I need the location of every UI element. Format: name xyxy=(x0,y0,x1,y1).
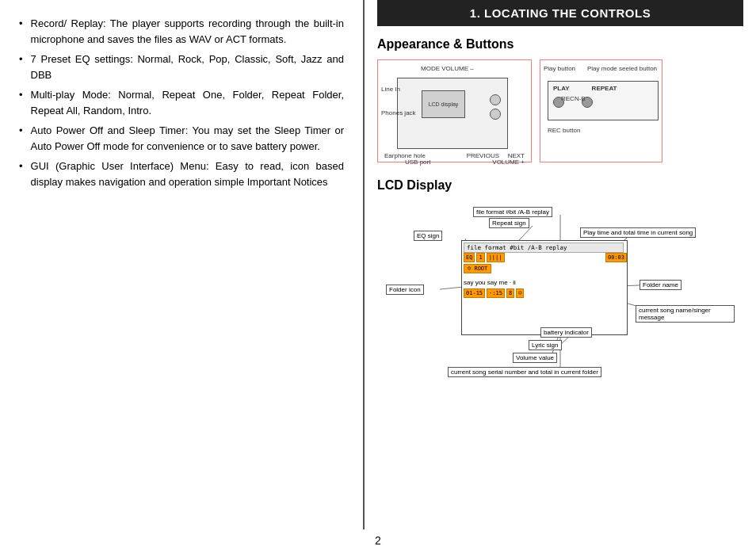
phones-jack-label: Phones jack xyxy=(381,109,416,116)
section-title: 1. LOCATING THE CONTROLS xyxy=(377,0,743,26)
mode-volume-label: MODE VOLUME – xyxy=(421,65,474,72)
lcd-song-name: say you say me · li xyxy=(464,279,516,286)
lcd-row-2: EQ 1 |||| 00:03 xyxy=(464,253,627,262)
left-panel: Record/ Replay: The player supports reco… xyxy=(0,0,365,529)
lcd-time-col: 00:03 xyxy=(605,253,627,262)
lcd-display-box: LCD display xyxy=(422,90,465,118)
lcd-display-section: LCD Display xyxy=(377,178,743,411)
lcd-time2-col: ·:15 xyxy=(487,288,505,298)
ann-battery-indicator: battery indicator xyxy=(540,327,592,338)
rec-button-label: REC button xyxy=(548,127,580,134)
button-group xyxy=(490,94,501,120)
buttons-inner: Play button Play mode seeled button PLAY… xyxy=(544,63,659,159)
ann-current-song-msg: current song name/singer message xyxy=(636,305,735,323)
volume-plus-label: VOLUME + xyxy=(492,159,525,166)
lcd-row-1: file format #bit /A-B replay xyxy=(464,243,624,253)
play-repeat-inner: PLAY REPEAT xyxy=(548,82,658,95)
nav-button-1 xyxy=(490,94,501,105)
page-footer: 2 xyxy=(0,529,756,550)
rec-ab-label: RECN-B xyxy=(561,95,586,102)
lcd-bat-col: 8 xyxy=(506,288,514,298)
play-button-label: Play button xyxy=(544,65,575,72)
line-in-label: Line In xyxy=(381,86,400,93)
play-mode-label: Play mode seeled button xyxy=(587,65,657,72)
ann-folder-name: Folder name xyxy=(640,280,682,290)
lcd-serial-col: 01-15 xyxy=(464,288,485,298)
bullet-item-1: Record/ Replay: The player supports reco… xyxy=(19,16,344,47)
lcd-diagram: file format #bit /A-B replay EQ 1 |||| 0… xyxy=(386,201,735,411)
lcd-bars-col: |||| xyxy=(487,253,505,262)
bullet-list: Record/ Replay: The player supports reco… xyxy=(19,16,344,189)
lcd-eq-col: EQ xyxy=(464,253,475,262)
lcd-lyric-col: ☺ xyxy=(516,288,524,298)
lcd-screen-area: file format #bit /A-B replay EQ 1 |||| 0… xyxy=(461,240,628,335)
lcd-row-3: ☺ ROOT xyxy=(464,264,627,273)
buttons-diagram: Play button Play mode seeled button PLAY… xyxy=(540,59,662,162)
lcd-title: LCD Display xyxy=(377,178,743,193)
lcd-root-col: ☺ ROOT xyxy=(464,264,491,273)
ann-file-format: file format #bit /A-B replay xyxy=(473,207,552,217)
ann-play-time: Play time and total time in current song xyxy=(580,227,696,238)
ann-lyric-sign: Lyric sign xyxy=(529,340,562,350)
bullet-item-5: GUI (Graphic User Interface) Menu: Easy … xyxy=(19,159,344,189)
appearance-title: Appearance & Buttons xyxy=(377,37,743,52)
lcd-num-col: 1 xyxy=(476,253,484,262)
lcd-row-4: say you say me · li xyxy=(464,275,627,287)
appearance-area: MODE VOLUME – LCD display xyxy=(377,59,743,162)
bullet-item-4: Auto Power Off and Sleep Timer: You may … xyxy=(19,123,344,154)
bullet-item-2: 7 Preset EQ settings: Normal, Rock, Pop,… xyxy=(19,52,344,82)
ann-song-serial: current song serial number and total in … xyxy=(448,367,601,377)
ann-repeat-sign: Repeat sign xyxy=(489,218,529,228)
repeat-label: REPEAT xyxy=(592,85,617,92)
nav-button-2 xyxy=(490,109,501,120)
play-label: PLAY xyxy=(553,85,570,92)
bullet-item-3: Multi-play Mode: Normal, Repeat One, Fol… xyxy=(19,87,344,118)
ann-volume-value: Volume value xyxy=(513,353,557,363)
device-diagram-left: MODE VOLUME – LCD display xyxy=(377,59,532,162)
device-inner-left: MODE VOLUME – LCD display xyxy=(381,63,528,159)
ann-eq-sign: EQ sign xyxy=(414,231,442,241)
usb-port-label: USB port xyxy=(405,159,430,166)
ann-folder-icon: Folder icon xyxy=(386,285,424,295)
page-number: 2 xyxy=(375,534,381,547)
right-panel: 1. LOCATING THE CONTROLS Appearance & Bu… xyxy=(365,0,756,529)
lcd-row-5: 01-15 ·:15 8 ☺ xyxy=(464,288,627,298)
